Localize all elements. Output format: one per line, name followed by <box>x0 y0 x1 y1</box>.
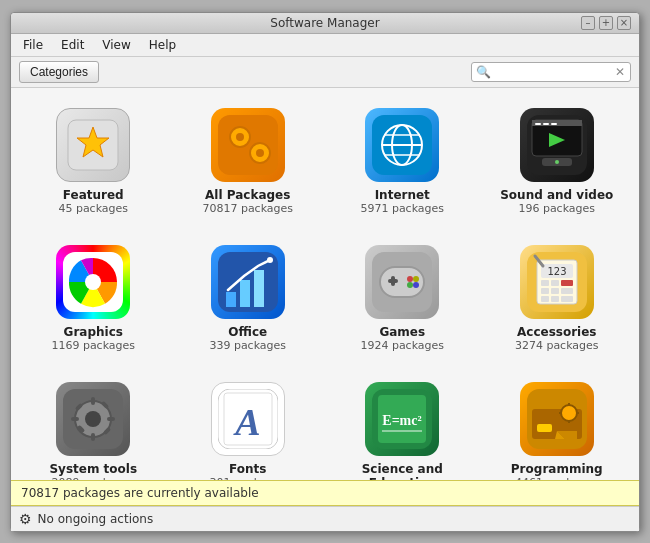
svg-rect-55 <box>91 397 95 405</box>
svg-rect-27 <box>240 280 250 307</box>
category-item-all-packages[interactable]: All Packages70817 packages <box>176 98 321 225</box>
svg-rect-42 <box>541 280 549 286</box>
svg-point-34 <box>407 276 413 282</box>
svg-text:E=mc²: E=mc² <box>383 413 422 428</box>
svg-text:123: 123 <box>547 266 566 277</box>
category-item-fonts[interactable]: A Fonts301 packages <box>176 372 321 480</box>
category-count-office: 339 packages <box>209 339 286 352</box>
svg-rect-57 <box>71 417 79 421</box>
gear-icon: ⚙ <box>19 511 32 527</box>
svg-rect-17 <box>543 123 549 125</box>
window-title: Software Manager <box>69 16 581 30</box>
category-count-accessories: 3274 packages <box>515 339 599 352</box>
category-name-internet: Internet <box>375 188 430 202</box>
category-icon-games <box>365 245 439 319</box>
status-bar: 70817 packages are currently available <box>11 480 639 506</box>
category-item-internet[interactable]: Internet5971 packages <box>330 98 475 225</box>
svg-rect-45 <box>541 288 549 294</box>
svg-point-4 <box>236 133 244 141</box>
category-count-all-packages: 70817 packages <box>202 202 293 215</box>
svg-rect-28 <box>254 270 264 307</box>
category-item-featured[interactable]: Featured45 packages <box>21 98 166 225</box>
category-icon-fonts: A <box>211 382 285 456</box>
svg-rect-18 <box>551 123 557 125</box>
svg-rect-2 <box>218 115 278 175</box>
minimize-button[interactable]: – <box>581 16 595 30</box>
category-icon-internet <box>365 108 439 182</box>
category-item-graphics[interactable]: Graphics1169 packages <box>21 235 166 362</box>
svg-rect-72 <box>537 424 552 432</box>
category-name-accessories: Accessories <box>517 325 597 339</box>
svg-rect-43 <box>551 280 559 286</box>
menu-edit[interactable]: Edit <box>53 36 92 54</box>
svg-point-24 <box>85 274 101 290</box>
svg-rect-33 <box>391 276 395 286</box>
category-item-games[interactable]: Games1924 packages <box>330 235 475 362</box>
svg-rect-16 <box>535 123 541 125</box>
svg-rect-50 <box>561 296 573 302</box>
category-count-sound-video: 196 packages <box>518 202 595 215</box>
svg-rect-44 <box>561 280 573 286</box>
search-input[interactable] <box>495 65 615 79</box>
svg-rect-47 <box>561 288 573 294</box>
search-box: 🔍 ✕ <box>471 62 631 82</box>
category-item-science[interactable]: E=mc² Science and Education2399 packages <box>330 372 475 480</box>
svg-point-29 <box>267 257 273 263</box>
category-icon-graphics <box>56 245 130 319</box>
main-window: Software Manager – + × File Edit View He… <box>10 12 640 532</box>
menu-file[interactable]: File <box>15 36 51 54</box>
search-icon: 🔍 <box>476 65 491 79</box>
window-controls: – + × <box>581 16 631 30</box>
svg-point-73 <box>561 405 577 421</box>
category-icon-accessories: 123 <box>520 245 594 319</box>
category-item-accessories[interactable]: 123 Accessories3274 packages <box>485 235 630 362</box>
no-actions-label: No ongoing actions <box>38 512 154 526</box>
category-icon-all-packages <box>211 108 285 182</box>
category-name-graphics: Graphics <box>64 325 123 339</box>
category-icon-system-tools <box>56 382 130 456</box>
svg-text:A: A <box>233 401 260 443</box>
search-clear-icon[interactable]: ✕ <box>615 65 625 79</box>
category-icon-featured <box>56 108 130 182</box>
status-message: 70817 packages are currently available <box>21 486 259 500</box>
category-name-system-tools: System tools <box>49 462 137 476</box>
bottom-bar: ⚙ No ongoing actions <box>11 506 639 531</box>
category-name-sound-video: Sound and video <box>500 188 613 202</box>
menu-help[interactable]: Help <box>141 36 184 54</box>
menubar: File Edit View Help <box>11 34 639 57</box>
toolbar: Categories 🔍 ✕ <box>11 57 639 88</box>
category-item-sound-video[interactable]: Sound and video196 packages <box>485 98 630 225</box>
menu-view[interactable]: View <box>94 36 138 54</box>
svg-rect-49 <box>551 296 559 302</box>
svg-point-35 <box>413 276 419 282</box>
maximize-button[interactable]: + <box>599 16 613 30</box>
category-name-office: Office <box>228 325 267 339</box>
content-area: Featured45 packages All Packages70817 pa… <box>11 88 639 480</box>
category-icon-sound-video <box>520 108 594 182</box>
category-icon-science: E=mc² <box>365 382 439 456</box>
svg-point-6 <box>256 149 264 157</box>
category-name-programming: Programming <box>511 462 603 476</box>
category-item-programming[interactable]: Programming4461 packages <box>485 372 630 480</box>
title-bar: Software Manager – + × <box>11 13 639 34</box>
svg-point-21 <box>555 160 559 164</box>
svg-rect-26 <box>226 292 236 307</box>
svg-point-36 <box>407 282 413 288</box>
category-item-system-tools[interactable]: System tools2089 packages <box>21 372 166 480</box>
svg-point-37 <box>413 282 419 288</box>
svg-rect-31 <box>380 267 424 297</box>
close-button[interactable]: × <box>617 16 631 30</box>
svg-rect-48 <box>541 296 549 302</box>
svg-point-54 <box>85 411 101 427</box>
category-name-fonts: Fonts <box>229 462 266 476</box>
categories-grid: Featured45 packages All Packages70817 pa… <box>21 98 629 480</box>
category-icon-programming <box>520 382 594 456</box>
category-count-internet: 5971 packages <box>360 202 444 215</box>
categories-button[interactable]: Categories <box>19 61 99 83</box>
category-count-featured: 45 packages <box>58 202 128 215</box>
category-item-office[interactable]: Office339 packages <box>176 235 321 362</box>
svg-rect-46 <box>551 288 559 294</box>
svg-rect-58 <box>107 417 115 421</box>
category-name-science: Science and Education <box>336 462 469 480</box>
category-count-graphics: 1169 packages <box>51 339 135 352</box>
